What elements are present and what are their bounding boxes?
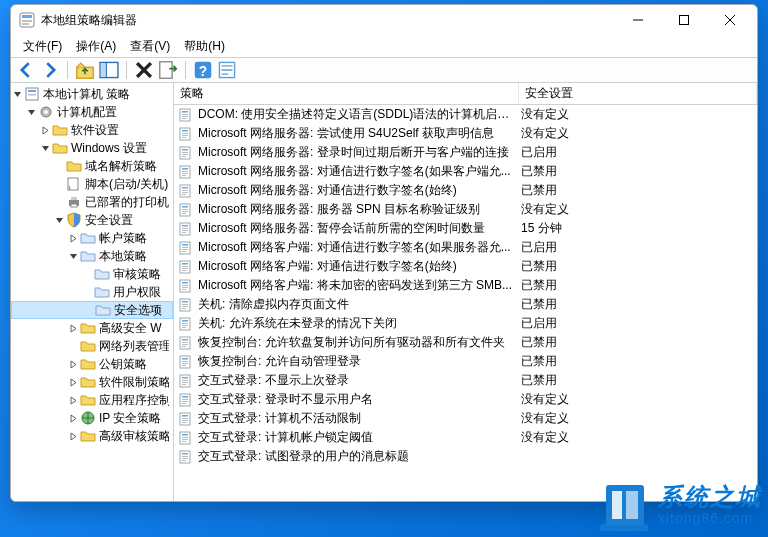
tree-item[interactable]: 计算机配置 [11,103,173,121]
svg-rect-114 [182,420,188,421]
list-row[interactable]: Microsoft 网络服务器: 对通信进行数字签名(始终)已禁用 [174,181,757,200]
tree-item[interactable]: 域名解析策略 [11,157,173,175]
expand-toggle-icon[interactable] [25,106,37,118]
expand-toggle-icon[interactable] [67,394,79,406]
menu-action[interactable]: 操作(A) [70,36,122,57]
expand-toggle-icon[interactable] [39,124,51,136]
svg-rect-60 [182,213,186,214]
tree-item[interactable]: 帐户策略 [11,229,173,247]
minimize-button[interactable] [615,5,661,35]
list-row[interactable]: Microsoft 网络服务器: 对通信进行数字签名(如果客户端允...已禁用 [174,162,757,181]
expand-toggle-icon[interactable] [67,358,79,370]
tree-item[interactable]: Windows 设置 [11,139,173,157]
list-row[interactable]: Microsoft 网络客户端: 对通信进行数字签名(始终)已禁用 [174,257,757,276]
delete-button[interactable] [133,59,155,81]
svg-rect-47 [182,168,188,170]
tree-item[interactable]: 安全选项 [11,301,173,319]
up-level-button[interactable] [74,59,96,81]
back-button[interactable] [15,59,37,81]
export-list-button[interactable] [157,59,179,81]
svg-rect-43 [182,152,188,153]
svg-rect-1 [22,15,32,18]
expand-toggle-icon[interactable] [67,412,79,424]
tree-item[interactable]: 公钥策略 [11,355,173,373]
tree-item[interactable]: 软件设置 [11,121,173,139]
list-row[interactable]: 交互式登录: 不显示上次登录已禁用 [174,371,757,390]
expand-spacer [53,178,65,190]
list-row[interactable]: Microsoft 网络服务器: 服务器 SPN 目标名称验证级别没有定义 [174,200,757,219]
tree-item[interactable]: 高级安全 W [11,319,173,337]
tree-item[interactable]: 网络列表管理 [11,337,173,355]
tree-item[interactable]: 审核策略 [11,265,173,283]
close-button[interactable] [707,5,753,35]
maximize-button[interactable] [661,5,707,35]
list-row[interactable]: 交互式登录: 计算机帐户锁定阈值没有定义 [174,428,757,447]
tree-item[interactable]: 脚本(启动/关机) [11,175,173,193]
list-row[interactable]: 恢复控制台: 允许自动管理登录已禁用 [174,352,757,371]
list-row[interactable]: Microsoft 网络服务器: 登录时间过期后断开与客户端的连接已启用 [174,143,757,162]
policy-root-icon [24,86,40,102]
svg-rect-44 [182,154,188,155]
list-row[interactable]: 恢复控制台: 允许软盘复制并访问所有驱动器和所有文件夹已禁用 [174,333,757,352]
list-body[interactable]: DCOM: 使用安全描述符定义语言(SDDL)语法的计算机启动...没有定义Mi… [174,105,757,501]
folder-icon [66,158,82,174]
expand-toggle-icon[interactable] [67,322,79,334]
tree-item[interactable]: 软件限制策略 [11,373,173,391]
tree-item[interactable]: 用户权限 [11,283,173,301]
list-row[interactable]: 交互式登录: 计算机不活动限制没有定义 [174,409,757,428]
list-row[interactable]: Microsoft 网络服务器: 暂停会话前所需的空闲时间数量15 分钟 [174,219,757,238]
tree-pane[interactable]: 本地计算机 策略计算机配置软件设置Windows 设置域名解析策略脚本(启动/关… [11,83,174,501]
tree-root[interactable]: 本地计算机 策略 [11,85,173,103]
svg-rect-52 [182,187,188,189]
tree-label: 安全选项 [114,302,162,319]
svg-rect-112 [182,415,188,417]
list-row[interactable]: 交互式登录: 试图登录的用户的消息标题 [174,447,757,466]
list-row[interactable]: Microsoft 网络客户端: 将未加密的密码发送到第三方 SMB...已禁用 [174,276,757,295]
menu-help[interactable]: 帮助(H) [178,36,231,57]
help-button[interactable]: ? [192,59,214,81]
svg-rect-102 [182,377,188,379]
list-row[interactable]: Microsoft 网络客户端: 对通信进行数字签名(如果服务器允...已启用 [174,238,757,257]
expand-toggle-icon[interactable] [67,250,79,262]
policy-label: Microsoft 网络服务器: 尝试使用 S4U2Self 获取声明信息 [198,125,494,142]
svg-rect-40 [182,137,186,138]
gear-icon [38,104,54,120]
tree-item[interactable]: 应用程序控制 [11,391,173,409]
list-header: 策略 安全设置 [174,83,757,105]
list-row[interactable]: DCOM: 使用安全描述符定义语言(SDDL)语法的计算机启动...没有定义 [174,105,757,124]
tree-item[interactable]: 本地策略 [11,247,173,265]
list-row[interactable]: 关机: 允许系统在未登录的情况下关闭已启用 [174,314,757,333]
menu-file[interactable]: 文件(F) [17,36,68,57]
policy-item-icon [178,126,194,142]
list-row[interactable]: 关机: 清除虚拟内存页面文件已禁用 [174,295,757,314]
expand-toggle-icon[interactable] [11,88,23,100]
svg-text:?: ? [199,64,207,79]
tree-item[interactable]: 高级审核策略 [11,427,173,445]
tree-item[interactable]: 安全设置 [11,211,173,229]
folder-icon [80,320,96,336]
svg-rect-32 [182,111,188,113]
list-row[interactable]: 交互式登录: 登录时不显示用户名没有定义 [174,390,757,409]
column-security-setting[interactable]: 安全设置 [519,83,757,104]
column-policy[interactable]: 策略 [174,83,519,104]
ipsec-icon [80,410,96,426]
forward-button[interactable] [39,59,61,81]
list-row[interactable]: Microsoft 网络服务器: 尝试使用 S4U2Self 获取声明信息没有定… [174,124,757,143]
watermark: 系统之城 xitong86.com [598,479,762,531]
properties-button[interactable] [216,59,238,81]
expand-spacer [67,340,79,352]
expand-toggle-icon[interactable] [67,232,79,244]
expand-toggle-icon[interactable] [67,430,79,442]
expand-toggle-icon[interactable] [67,376,79,388]
expand-toggle-icon[interactable] [39,142,51,154]
tree-item[interactable]: IP 安全策略 [11,409,173,427]
show-hide-tree-button[interactable] [98,59,120,81]
svg-rect-42 [182,149,188,151]
tree-item[interactable]: 已部署的打印机 [11,193,173,211]
expand-toggle-icon[interactable] [53,214,65,226]
svg-rect-59 [182,211,188,212]
svg-rect-55 [182,194,186,195]
policy-value: 已禁用 [519,296,757,313]
menu-view[interactable]: 查看(V) [124,36,176,57]
svg-rect-95 [182,346,186,347]
